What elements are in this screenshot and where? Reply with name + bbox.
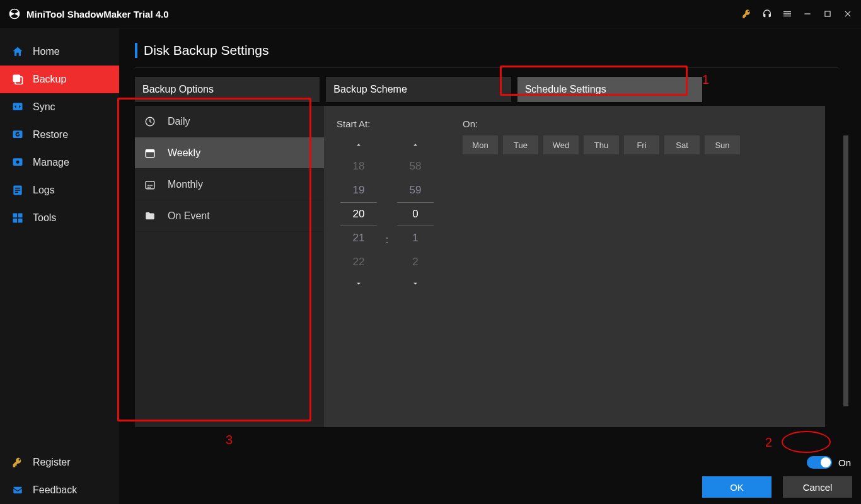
- svg-rect-0: [804, 13, 810, 14]
- on-days-section: On: Mon Tue Wed Thu Fri Sat Sun: [463, 118, 740, 293]
- folder-icon: [144, 210, 156, 222]
- svg-point-7: [16, 161, 20, 164]
- svg-rect-13: [18, 214, 23, 218]
- minute-option[interactable]: 59: [393, 178, 437, 202]
- key-icon: [11, 456, 24, 469]
- sidebar-item-label: Home: [33, 46, 60, 57]
- day-sun[interactable]: Sun: [705, 135, 740, 154]
- day-sat[interactable]: Sat: [664, 135, 700, 154]
- sidebar-item-manage[interactable]: Manage: [0, 149, 119, 176]
- titlebar: MiniTool ShadowMaker Trial 4.0: [0, 0, 861, 28]
- sync-icon: [11, 101, 24, 113]
- sidebar-item-sync[interactable]: Sync: [0, 93, 119, 121]
- minute-selected[interactable]: 0: [393, 202, 437, 226]
- sidebar-item-logs[interactable]: Logs: [0, 176, 119, 204]
- start-at-label: Start At:: [337, 118, 437, 129]
- sidebar-item-label: Logs: [33, 185, 55, 196]
- tab-schedule-settings[interactable]: Schedule Settings: [517, 77, 702, 102]
- tabs: Backup Options Backup Scheme Schedule Se…: [135, 77, 702, 102]
- sidebar-item-feedback[interactable]: Feedback: [0, 476, 119, 504]
- chevron-up-icon[interactable]: [393, 135, 437, 154]
- svg-rect-15: [18, 219, 23, 223]
- frequency-label: Monthly: [168, 179, 203, 190]
- schedule-toggle[interactable]: [807, 456, 832, 469]
- divider: [135, 67, 838, 67]
- frequency-monthly[interactable]: Monthly: [135, 169, 324, 200]
- hour-option[interactable]: 22: [337, 250, 381, 274]
- scrollbar[interactable]: [843, 135, 848, 406]
- toggle-knob: [821, 457, 831, 467]
- tab-backup-options[interactable]: Backup Options: [135, 77, 320, 102]
- svg-rect-16: [13, 487, 22, 494]
- annotation-label-3: 3: [226, 433, 233, 447]
- calendar-month-icon: [144, 178, 156, 191]
- hours-spinner[interactable]: 18 19 20 21 22: [337, 135, 381, 293]
- minute-option[interactable]: 2: [393, 250, 437, 274]
- frequency-label: On Event: [168, 210, 210, 222]
- day-fri[interactable]: Fri: [624, 135, 659, 154]
- annotation-ellipse-2: [782, 431, 831, 453]
- frequency-label: Daily: [168, 116, 190, 127]
- maximize-icon[interactable]: [822, 8, 833, 20]
- sidebar-item-backup[interactable]: Backup: [0, 66, 119, 93]
- sidebar-item-home[interactable]: Home: [0, 38, 119, 66]
- minute-option[interactable]: 1: [393, 226, 437, 250]
- close-icon[interactable]: [842, 8, 853, 20]
- restore-icon: [11, 129, 24, 141]
- on-label: On:: [463, 118, 740, 129]
- tab-label: Backup Options: [142, 84, 214, 95]
- sidebar-item-label: Tools: [33, 212, 56, 224]
- day-tue[interactable]: Tue: [503, 135, 538, 154]
- button-label: Cancel: [803, 482, 833, 493]
- svg-rect-2: [13, 75, 21, 83]
- minutes-spinner[interactable]: 58 59 0 1 2: [393, 135, 437, 293]
- sidebar-item-label: Sync: [33, 101, 55, 113]
- button-label: OK: [730, 482, 744, 493]
- toggle-label: On: [838, 457, 851, 468]
- svg-rect-9: [15, 188, 20, 189]
- svg-rect-10: [15, 190, 20, 191]
- minute-option[interactable]: 58: [393, 154, 437, 178]
- frequency-list: Daily Weekly Monthly On Event: [135, 106, 324, 427]
- sidebar-item-tools[interactable]: Tools: [0, 204, 119, 232]
- day-wed[interactable]: Wed: [543, 135, 579, 154]
- sidebar-item-label: Register: [33, 457, 71, 468]
- backup-icon: [11, 73, 24, 86]
- annotation-label-1: 1: [702, 72, 709, 87]
- chevron-up-icon[interactable]: [337, 135, 381, 154]
- hour-option[interactable]: 18: [337, 154, 381, 178]
- key-icon[interactable]: [741, 8, 753, 20]
- calendar-week-icon: [144, 147, 156, 159]
- headset-icon[interactable]: [761, 8, 773, 20]
- hour-option[interactable]: 21: [337, 226, 381, 250]
- home-icon: [11, 45, 24, 58]
- svg-point-22: [149, 185, 151, 186]
- sidebar-item-register[interactable]: Register: [0, 449, 119, 476]
- mail-icon: [11, 484, 24, 496]
- scrollbar-thumb[interactable]: [843, 135, 848, 406]
- tab-backup-scheme[interactable]: Backup Scheme: [326, 77, 511, 102]
- ok-button[interactable]: OK: [702, 476, 771, 498]
- sidebar: Home Backup Sync Restore Manage Logs Too…: [0, 28, 120, 504]
- app-title: MiniTool ShadowMaker Trial 4.0: [26, 9, 169, 20]
- svg-point-24: [147, 186, 149, 188]
- chevron-down-icon[interactable]: [393, 274, 437, 293]
- hour-selected[interactable]: 20: [337, 202, 381, 226]
- title-accent: [135, 43, 137, 58]
- cancel-button[interactable]: Cancel: [783, 476, 852, 498]
- hour-option[interactable]: 19: [337, 178, 381, 202]
- tab-label: Schedule Settings: [525, 84, 606, 95]
- svg-rect-1: [825, 11, 830, 16]
- frequency-on-event[interactable]: On Event: [135, 200, 324, 232]
- svg-rect-14: [13, 219, 18, 223]
- sidebar-item-label: Restore: [33, 129, 68, 140]
- day-mon[interactable]: Mon: [463, 135, 498, 154]
- frequency-weekly[interactable]: Weekly: [135, 137, 324, 169]
- chevron-down-icon[interactable]: [337, 274, 381, 293]
- frequency-daily[interactable]: Daily: [135, 106, 324, 137]
- sidebar-item-restore[interactable]: Restore: [0, 121, 119, 149]
- minimize-icon[interactable]: [802, 8, 813, 20]
- menu-icon[interactable]: [782, 8, 793, 20]
- day-thu[interactable]: Thu: [584, 135, 619, 154]
- main-content: Disk Backup Settings Backup Options Back…: [120, 28, 861, 504]
